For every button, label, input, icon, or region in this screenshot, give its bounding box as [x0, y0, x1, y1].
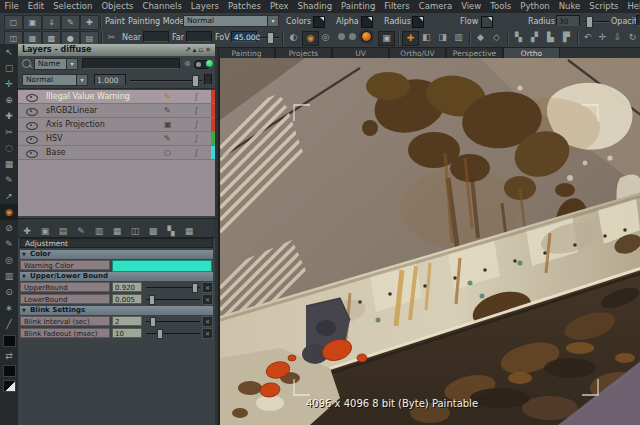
far-field[interactable]: [186, 31, 212, 42]
menu-help[interactable]: Help: [623, 0, 640, 13]
symmetry-off-icon[interactable]: ✚: [402, 31, 419, 46]
zoom-tool-icon[interactable]: ⊕: [0, 92, 18, 108]
foreground-color-swatch[interactable]: [3, 335, 16, 347]
blend-options-button[interactable]: [204, 74, 212, 85]
blur-tool-icon[interactable]: ◌: [0, 140, 18, 156]
upperbound-slider[interactable]: [146, 282, 200, 292]
visibility-eye-icon[interactable]: [26, 94, 38, 102]
menu-file[interactable]: File: [0, 0, 23, 13]
close-icon[interactable]: ✕: [205, 46, 213, 54]
shading-gray-icon[interactable]: [349, 33, 356, 40]
line-tool-icon[interactable]: ╱: [0, 316, 18, 332]
pan-tool-icon[interactable]: ✛: [0, 76, 18, 92]
visibility-eye-icon[interactable]: [26, 108, 38, 116]
import-images-icon[interactable]: ✎: [61, 15, 80, 30]
shading-full-icon[interactable]: [362, 32, 371, 41]
blend-amount-field[interactable]: 1.000: [94, 74, 126, 85]
tab-ortho-uv[interactable]: Ortho/UV: [389, 47, 446, 58]
menu-filters[interactable]: Filters: [380, 0, 414, 13]
reset-colors-icon[interactable]: [3, 380, 16, 392]
adjustment-brush-icon[interactable]: ✎: [164, 90, 171, 103]
paint-through-icon[interactable]: ◇: [489, 31, 504, 44]
clear-search-icon[interactable]: ⊗: [184, 58, 191, 70]
undo-view-icon[interactable]: ↶: [580, 31, 595, 44]
adjustment-brush-icon[interactable]: ✎: [164, 104, 171, 117]
menu-ptex[interactable]: Ptex: [265, 0, 293, 13]
erase-tool-icon[interactable]: ⊘: [0, 220, 18, 236]
radius-swatch[interactable]: [412, 16, 424, 28]
blink-interval-slider[interactable]: [146, 316, 200, 326]
slice-tool-icon[interactable]: ✂: [0, 124, 18, 140]
upperbound-field[interactable]: 0.920: [112, 282, 142, 292]
detach-icon[interactable]: ↗: [185, 46, 193, 54]
painting-mode-dropdown[interactable]: Normal ▾: [183, 15, 279, 27]
colors-swatch[interactable]: [313, 16, 325, 28]
blend-amount-slider[interactable]: [130, 74, 202, 86]
menu-tools[interactable]: Tools: [486, 0, 516, 13]
export-images-icon[interactable]: ✚: [80, 15, 99, 30]
menu-camera[interactable]: Camera: [414, 0, 456, 13]
layer-graph-icon[interactable]: ∫: [194, 118, 198, 131]
color-group-header[interactable]: Color: [20, 250, 213, 259]
upperbound-reset-button[interactable]: ✕: [202, 282, 213, 293]
layer-graph-icon[interactable]: ∫: [194, 146, 198, 159]
select-tool-icon[interactable]: ↖: [0, 44, 18, 60]
fov-slider[interactable]: [259, 31, 279, 43]
visibility-eye-icon[interactable]: [26, 136, 38, 144]
menu-selection[interactable]: Selection: [49, 0, 97, 13]
palette-window-icons[interactable]: ↗▴▫✕: [185, 44, 213, 56]
layer-graph-icon[interactable]: ∫: [194, 104, 198, 117]
visibility-eye-icon[interactable]: [26, 122, 38, 130]
fov-field[interactable]: 45.000: [231, 31, 257, 42]
3d-texture-canvas[interactable]: [220, 58, 640, 425]
blink-fadeout-reset-button[interactable]: ✕: [202, 328, 213, 339]
save-project-icon[interactable]: ⇓: [42, 15, 61, 30]
edge-mode-icon[interactable]: ▛: [559, 31, 574, 44]
mirror-x-icon[interactable]: ◧: [419, 31, 434, 44]
flow-checkbox[interactable]: [481, 16, 493, 28]
airbrush-tool-icon[interactable]: ∗: [0, 300, 18, 316]
swap-colors-icon[interactable]: ⇄: [0, 350, 18, 362]
layer-row-base[interactable]: Base ○ ∫: [18, 146, 215, 160]
lowerbound-slider[interactable]: [146, 294, 200, 304]
visibility-eye-icon[interactable]: [26, 150, 38, 158]
paint-buffer-icon[interactable]: ▣: [378, 31, 395, 46]
new-project-icon[interactable]: ▢: [4, 15, 23, 30]
layer-graph-icon[interactable]: ∫: [194, 132, 198, 145]
radius-field[interactable]: 30: [556, 15, 580, 26]
paint-tool-icon[interactable]: ◉: [0, 204, 18, 220]
menu-view[interactable]: View: [457, 0, 486, 13]
menu-shading[interactable]: Shading: [293, 0, 337, 13]
base-layer-icon[interactable]: ○: [164, 146, 171, 159]
open-project-icon[interactable]: ▣: [23, 15, 42, 30]
lowerbound-reset-button[interactable]: ✕: [202, 294, 213, 305]
layer-row-axis-projection[interactable]: Axis Projection ▣ ∫: [18, 118, 215, 132]
menu-patches[interactable]: Patches: [223, 0, 265, 13]
basic-lighting-icon[interactable]: ◉: [302, 31, 319, 46]
menu-channels[interactable]: Channels: [138, 0, 186, 13]
paint-blit-icon[interactable]: ◆: [473, 31, 488, 44]
layer-graph-icon[interactable]: ∫: [194, 90, 198, 103]
flat-lighting-icon[interactable]: ◐: [286, 31, 301, 44]
pan-view-icon[interactable]: ✛: [595, 31, 610, 44]
tab-uv[interactable]: UV: [332, 47, 389, 58]
blink-fadeout-slider[interactable]: [146, 328, 200, 338]
pin-tool-icon[interactable]: ↗: [0, 188, 18, 204]
dolly-view-icon[interactable]: ⇩: [610, 31, 625, 44]
marquee-select-tool-icon[interactable]: ▢: [0, 60, 18, 76]
layer-row-illegal-value-warning[interactable]: Illegal Value Warning ✎ ∫: [18, 90, 215, 104]
blink-fadeout-field[interactable]: 10: [112, 328, 142, 338]
tab-projects[interactable]: Projects: [275, 47, 332, 58]
menu-scripts[interactable]: Scripts: [585, 0, 623, 13]
radius-slider[interactable]: [583, 15, 609, 27]
layers-palette-titlebar[interactable]: Layers - diffuse ↗▴▫✕: [18, 44, 215, 56]
gradient-tool-icon[interactable]: ▥: [0, 268, 18, 284]
menu-painting[interactable]: Painting: [337, 0, 380, 13]
mirror-y-icon[interactable]: ◨: [435, 31, 450, 44]
menu-layers[interactable]: Layers: [186, 0, 223, 13]
menu-objects[interactable]: Objects: [97, 0, 138, 13]
projection-layer-icon[interactable]: ▣: [164, 118, 172, 131]
blink-interval-reset-button[interactable]: ✕: [202, 316, 213, 327]
menu-nuke[interactable]: Nuke: [554, 0, 585, 13]
adjustment-header[interactable]: Adjustment: [20, 238, 213, 248]
